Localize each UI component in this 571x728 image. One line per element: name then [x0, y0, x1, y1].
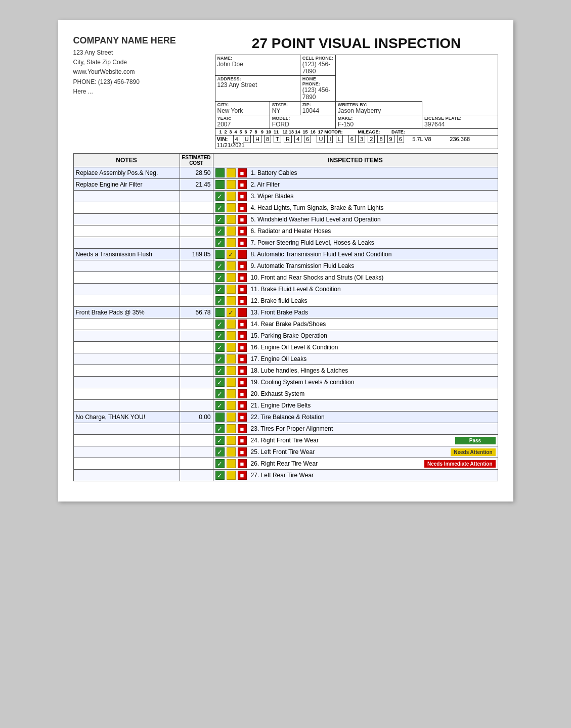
table-row: ✓■19. Cooling System Levels & condition [73, 377, 498, 388]
cost-cell [180, 388, 213, 400]
cost-cell [180, 435, 213, 446]
cost-cell: 0.00 [180, 412, 213, 423]
inspected-cell: ✓■17. Engine Oil Leaks [213, 353, 498, 365]
item-label: 17. Engine Oil Leaks [251, 355, 496, 362]
legend-badge: Pass [455, 437, 496, 444]
vin-digit-12: 6 [348, 135, 356, 143]
checkbox-yellow [227, 192, 236, 201]
item-label: 26. Right Rear Tire Wear [251, 460, 420, 467]
item-label: 15. Parking Brake Operation [251, 332, 496, 339]
item-label: 12. Brake fluid Leaks [251, 297, 496, 304]
cost-cell [180, 423, 213, 435]
address-value: 123 Any Street [217, 81, 257, 88]
item-label: 13. Front Brake Pads [251, 309, 496, 316]
checkbox-red: ■ [238, 366, 247, 375]
inspected-cell: ✓■20. Exhaust System [213, 388, 498, 400]
cost-cell [180, 237, 213, 249]
vin-digit-14: 2 [368, 135, 375, 143]
notes-cell [73, 214, 180, 225]
checkbox-yellow [227, 261, 236, 270]
inspected-cell: ✓■26. Right Rear Tire WearNeeds Immediat… [213, 458, 498, 470]
checkbox-yellow [227, 471, 236, 480]
inspected-cell: ✓8. Automatic Transmission Fluid Level a… [213, 249, 498, 260]
checkbox-green: ✓ [215, 378, 225, 387]
inspected-cell: ✓■11. Brake Fluid Level & Condition [213, 284, 498, 295]
cost-cell [180, 330, 213, 342]
notes-cell: Replace Assembly Pos.& Neg. [73, 167, 180, 179]
checkbox-red: ■ [238, 215, 247, 224]
zip-value: 10044 [302, 107, 319, 114]
item-label: 4. Head Lights, Turn Signals, Brake & Tu… [251, 204, 496, 211]
checkbox-yellow [227, 459, 236, 468]
inspected-cell: ✓■16. Engine Oil Level & Condition [213, 342, 498, 353]
checkbox-green: ✓ [215, 320, 225, 329]
inspected-cell: ✓■3. Wiper Blades [213, 191, 498, 202]
notes-cell [73, 202, 180, 214]
state-value: NY [272, 107, 281, 114]
cost-cell [180, 458, 213, 470]
notes-cell [73, 330, 180, 342]
table-row: ✓■21. Engine Drive Belts [73, 400, 498, 412]
table-row: ✓■12. Brake fluid Leaks [73, 295, 498, 307]
item-label: 21. Engine Drive Belts [251, 402, 496, 409]
checkbox-red: ■ [238, 424, 247, 433]
checkbox-group: ✓■ [215, 285, 248, 294]
company-name: COMPANY NAME HERE [73, 35, 205, 46]
notes-cell [73, 400, 180, 412]
item-label: 11. Brake Fluid Level & Condition [251, 286, 496, 293]
checkbox-group: ✓■ [215, 389, 248, 398]
checkbox-group: ✓■ [215, 447, 248, 457]
checkbox-red: ■ [238, 378, 247, 387]
checkbox-group: ✓■ [215, 424, 248, 433]
inspected-cell: ✓■4. Head Lights, Turn Signals, Brake & … [213, 202, 498, 214]
checkbox-yellow [227, 354, 236, 363]
table-row: ✓■10. Front and Rear Shocks and Struts (… [73, 272, 498, 284]
checkbox-yellow [227, 424, 236, 433]
notes-cell [73, 191, 180, 202]
checkbox-green: ✓ [215, 203, 225, 212]
checkbox-red: ■ [238, 354, 247, 363]
checkbox-green: ✓ [215, 424, 225, 433]
home-value: (123) 456-7890 [302, 86, 330, 101]
model-value: FORD [272, 121, 289, 128]
written-value: Jason Mayberry [338, 107, 381, 114]
checkbox-red [238, 250, 247, 259]
table-row: Replace Assembly Pos.& Neg.28.50■1. Batt… [73, 167, 498, 179]
table-row: ✓■24. Right Front Tire WearPass [73, 435, 498, 446]
cost-cell [180, 191, 213, 202]
checkbox-yellow [227, 168, 236, 177]
notes-cell: Front Brake Pads @ 35% [73, 307, 180, 318]
checkbox-red: ■ [238, 203, 247, 212]
notes-cell [73, 377, 180, 388]
inspected-cell: ✓■7. Power Steering Fluid Level, Hoses &… [213, 237, 498, 249]
checkbox-green [215, 180, 225, 189]
checkbox-yellow [227, 401, 236, 410]
checkbox-group: ✓ [215, 308, 248, 317]
checkbox-group: ✓■ [215, 378, 248, 387]
notes-cell [73, 353, 180, 365]
vin-digit-13: 3 [358, 135, 365, 143]
checkbox-red: ■ [238, 296, 247, 305]
checkbox-yellow [227, 203, 236, 212]
title-area: 27 POINT VISUAL INSPECTION NAME: John Do… [215, 35, 498, 149]
checkbox-group: ✓■ [215, 459, 248, 468]
vin-digit-11: L [336, 135, 343, 143]
cost-cell [180, 260, 213, 272]
checkbox-green: ✓ [215, 343, 225, 352]
checkbox-red: ■ [238, 168, 247, 177]
legend-badge: Needs Attention [451, 448, 495, 456]
inspected-cell: ✓■6. Radiator and Heater Hoses [213, 225, 498, 237]
table-row: ✓■20. Exhaust System [73, 388, 498, 400]
vin-digit-3: H [253, 135, 261, 143]
checkbox-green: ✓ [215, 238, 225, 247]
cost-cell [180, 400, 213, 412]
checkbox-group: ■ [215, 180, 248, 189]
cost-cell [180, 284, 213, 295]
checkbox-yellow [227, 215, 236, 224]
table-row: ✓■9. Automatic Transmission Fluid Leaks [73, 260, 498, 272]
checkbox-green: ✓ [215, 273, 225, 282]
notes-cell [73, 423, 180, 435]
company-phone: PHONE: (123) 456-7890 [73, 77, 205, 87]
make-label: MAKE: [338, 116, 420, 121]
checkbox-green: ✓ [215, 447, 225, 457]
